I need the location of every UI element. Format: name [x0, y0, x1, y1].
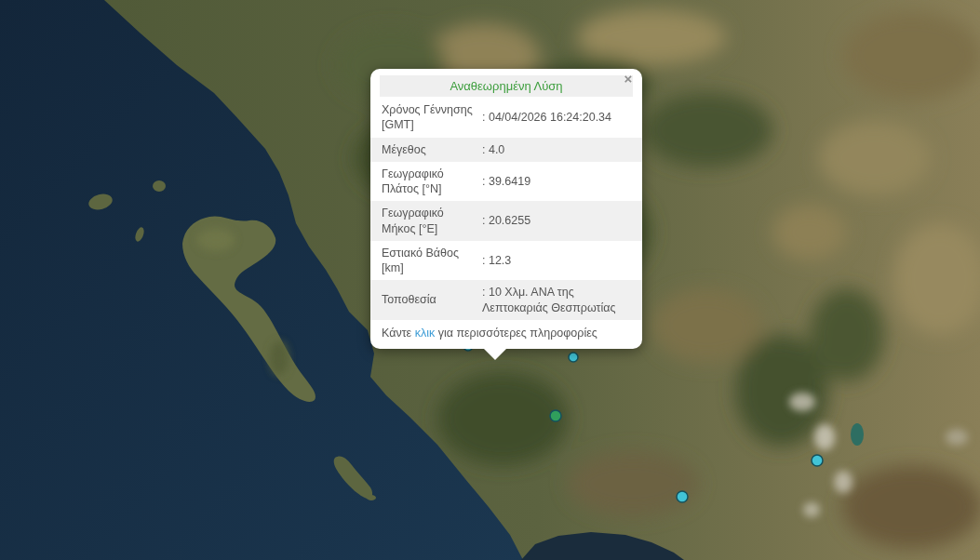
popup-row-latitude: Γεωγραφικό Πλάτος [°N] : 39.6419	[370, 162, 642, 202]
popup-row-value: : 4.0	[478, 142, 631, 157]
popup-close-button[interactable]: ×	[620, 71, 637, 87]
popup-row-location: Τοποθεσία : 10 Χλμ. ΑΝΑ της Λεπτοκαριάς …	[370, 280, 642, 320]
popup-row-label: Τοποθεσία	[382, 292, 478, 307]
popup-row-depth: Εστιακό Βάθος [km] : 12.3	[370, 241, 642, 281]
popup-row-label: Γεωγραφικό Μήκος [°E]	[382, 206, 478, 236]
popup-row-value: : 10 Χλμ. ΑΝΑ της Λεπτοκαριάς Θεσπρωτίας	[478, 285, 631, 315]
earthquake-popup: × Αναθεωρημένη Λύση Χρόνος Γέννησης [GMT…	[370, 69, 642, 349]
earthquake-marker[interactable]	[677, 491, 688, 502]
footer-text-prefix: Κάντε	[382, 327, 415, 340]
popup-rows: Χρόνος Γέννησης [GMT] : 04/04/2026 16:24…	[370, 98, 642, 320]
popup-pointer	[483, 348, 507, 360]
popup-row-value: : 04/04/2026 16:24:20.34	[478, 110, 631, 125]
popup-row-longitude: Γεωγραφικό Μήκος [°E] : 20.6255	[370, 201, 642, 241]
popup-title: Αναθεωρημένη Λύση	[380, 75, 633, 97]
earthquake-marker[interactable]	[569, 353, 578, 362]
popup-row-label: Εστιακό Βάθος [km]	[382, 246, 478, 276]
popup-row-magnitude: Μέγεθος : 4.0	[370, 138, 642, 162]
map-view[interactable]: × Αναθεωρημένη Λύση Χρόνος Γέννησης [GMT…	[0, 0, 980, 560]
footer-text-suffix: για περισσότερες πληροφορίες	[435, 327, 597, 340]
popup-row-label: Γεωγραφικό Πλάτος [°N]	[382, 167, 478, 197]
popup-row-origin-time: Χρόνος Γέννησης [GMT] : 04/04/2026 16:24…	[370, 98, 642, 138]
popup-row-value: : 12.3	[478, 253, 631, 268]
popup-row-label: Χρόνος Γέννησης [GMT]	[382, 102, 478, 133]
more-info-link[interactable]: κλικ	[415, 327, 436, 340]
popup-row-value: : 20.6255	[478, 213, 631, 228]
earthquake-marker[interactable]	[550, 410, 561, 421]
earthquake-marker[interactable]	[812, 455, 823, 466]
popup-row-value: : 39.6419	[478, 174, 631, 189]
popup-footer: Κάντε κλικ για περισσότερες πληροφορίες	[370, 320, 642, 342]
popup-row-label: Μέγεθος	[382, 142, 478, 157]
